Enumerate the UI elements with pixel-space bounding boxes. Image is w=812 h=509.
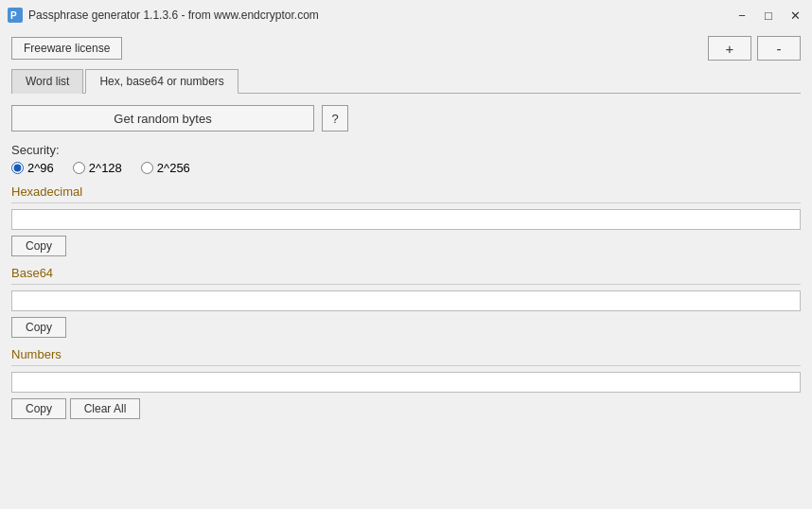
tab-wordlist[interactable]: Word list	[11, 69, 83, 94]
copy-hex-button[interactable]: Copy	[11, 236, 66, 256]
radio-option-96[interactable]: 2^96	[11, 161, 54, 175]
tabs: Word list Hex, base64 or numbers	[11, 68, 801, 94]
svg-text:P: P	[10, 10, 17, 21]
security-row: Security:	[11, 143, 801, 157]
get-random-button[interactable]: Get random bytes	[11, 105, 314, 132]
freeware-button[interactable]: Freeware license	[11, 37, 122, 60]
base64-divider	[11, 284, 801, 285]
content: Freeware license + - Word list Hex, base…	[0, 28, 812, 436]
radio-options: 2^96 2^128 2^256	[11, 161, 801, 175]
hex-label: Hexadecimal	[11, 184, 801, 199]
title-bar-left: P Passphrase generator 1.1.3.6 - from ww…	[8, 8, 319, 23]
radio-option-256[interactable]: 2^256	[141, 161, 190, 175]
tab-hex[interactable]: Hex, base64 or numbers	[85, 69, 238, 94]
radio-option-128[interactable]: 2^128	[73, 161, 122, 175]
base64-output[interactable]	[11, 290, 801, 311]
base64-section: Base64 Copy	[11, 266, 801, 347]
plus-minus-row: + -	[708, 36, 801, 61]
get-random-row: Get random bytes ?	[11, 105, 801, 132]
copy-base64-button[interactable]: Copy	[11, 317, 66, 338]
radio-96[interactable]	[11, 162, 24, 174]
title-bar-text: Passphrase generator 1.1.3.6 - from www.…	[28, 9, 319, 22]
minimize-button[interactable]: −	[733, 6, 751, 25]
numbers-output[interactable]	[11, 372, 801, 393]
copy-numbers-button[interactable]: Copy	[11, 398, 66, 419]
help-button[interactable]: ?	[322, 105, 348, 132]
plus-button[interactable]: +	[708, 36, 751, 61]
hex-tab-content: Get random bytes ? Security: 2^96 2^128 …	[11, 105, 801, 429]
hex-section: Hexadecimal Copy	[11, 184, 801, 266]
numbers-label: Numbers	[11, 347, 801, 361]
title-bar-controls: − □ ✕	[733, 6, 804, 25]
numbers-divider	[11, 365, 801, 366]
base64-label: Base64	[11, 266, 801, 280]
maximize-button[interactable]: □	[759, 6, 778, 25]
radio-128[interactable]	[73, 162, 85, 174]
minus-button[interactable]: -	[757, 36, 801, 61]
numbers-section: Numbers Copy Clear All	[11, 347, 801, 429]
close-button[interactable]: ✕	[786, 6, 804, 25]
hex-divider	[11, 202, 801, 203]
security-label: Security:	[11, 143, 60, 157]
top-row: Freeware license + -	[11, 36, 801, 61]
title-bar: P Passphrase generator 1.1.3.6 - from ww…	[0, 0, 812, 28]
hex-output[interactable]	[11, 209, 801, 230]
radio-256[interactable]	[141, 162, 153, 174]
clear-all-button[interactable]: Clear All	[70, 398, 141, 419]
app-icon: P	[8, 8, 23, 23]
